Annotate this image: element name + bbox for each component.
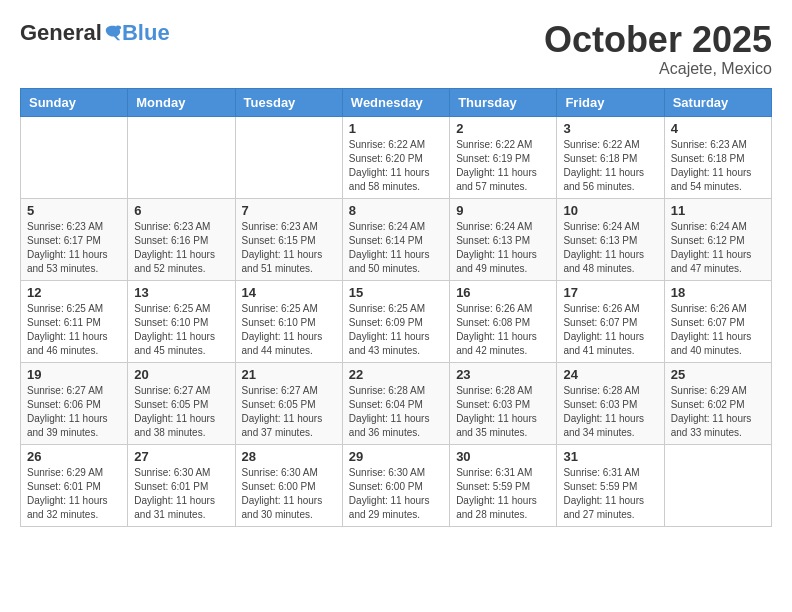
day-sun-info: Sunrise: 6:25 AM Sunset: 6:10 PM Dayligh… [134,302,228,358]
day-sun-info: Sunrise: 6:27 AM Sunset: 6:05 PM Dayligh… [242,384,336,440]
day-sun-info: Sunrise: 6:28 AM Sunset: 6:03 PM Dayligh… [456,384,550,440]
day-sun-info: Sunrise: 6:31 AM Sunset: 5:59 PM Dayligh… [456,466,550,522]
calendar-day-cell: 15Sunrise: 6:25 AM Sunset: 6:09 PM Dayli… [342,280,449,362]
logo-bird-icon [104,24,122,42]
day-sun-info: Sunrise: 6:25 AM Sunset: 6:09 PM Dayligh… [349,302,443,358]
day-sun-info: Sunrise: 6:24 AM Sunset: 6:12 PM Dayligh… [671,220,765,276]
calendar-day-cell: 6Sunrise: 6:23 AM Sunset: 6:16 PM Daylig… [128,198,235,280]
day-number: 26 [27,449,121,464]
calendar-week-row: 1Sunrise: 6:22 AM Sunset: 6:20 PM Daylig… [21,116,772,198]
day-number: 28 [242,449,336,464]
day-number: 15 [349,285,443,300]
day-number: 3 [563,121,657,136]
calendar-day-cell: 31Sunrise: 6:31 AM Sunset: 5:59 PM Dayli… [557,444,664,526]
calendar-day-cell: 19Sunrise: 6:27 AM Sunset: 6:06 PM Dayli… [21,362,128,444]
calendar-day-cell: 16Sunrise: 6:26 AM Sunset: 6:08 PM Dayli… [450,280,557,362]
calendar-week-row: 26Sunrise: 6:29 AM Sunset: 6:01 PM Dayli… [21,444,772,526]
day-sun-info: Sunrise: 6:22 AM Sunset: 6:19 PM Dayligh… [456,138,550,194]
calendar-day-cell: 5Sunrise: 6:23 AM Sunset: 6:17 PM Daylig… [21,198,128,280]
day-sun-info: Sunrise: 6:25 AM Sunset: 6:10 PM Dayligh… [242,302,336,358]
day-sun-info: Sunrise: 6:26 AM Sunset: 6:07 PM Dayligh… [563,302,657,358]
calendar-day-cell [21,116,128,198]
day-number: 22 [349,367,443,382]
day-sun-info: Sunrise: 6:23 AM Sunset: 6:17 PM Dayligh… [27,220,121,276]
calendar-day-cell: 30Sunrise: 6:31 AM Sunset: 5:59 PM Dayli… [450,444,557,526]
calendar-day-cell: 18Sunrise: 6:26 AM Sunset: 6:07 PM Dayli… [664,280,771,362]
day-sun-info: Sunrise: 6:22 AM Sunset: 6:18 PM Dayligh… [563,138,657,194]
day-sun-info: Sunrise: 6:29 AM Sunset: 6:01 PM Dayligh… [27,466,121,522]
logo-general-text: General [20,20,102,46]
day-of-week-header: Thursday [450,88,557,116]
day-number: 20 [134,367,228,382]
calendar-day-cell: 14Sunrise: 6:25 AM Sunset: 6:10 PM Dayli… [235,280,342,362]
calendar-day-cell: 21Sunrise: 6:27 AM Sunset: 6:05 PM Dayli… [235,362,342,444]
day-of-week-header: Saturday [664,88,771,116]
day-sun-info: Sunrise: 6:29 AM Sunset: 6:02 PM Dayligh… [671,384,765,440]
day-of-week-header: Wednesday [342,88,449,116]
calendar-day-cell: 24Sunrise: 6:28 AM Sunset: 6:03 PM Dayli… [557,362,664,444]
calendar-day-cell: 1Sunrise: 6:22 AM Sunset: 6:20 PM Daylig… [342,116,449,198]
calendar-day-cell: 28Sunrise: 6:30 AM Sunset: 6:00 PM Dayli… [235,444,342,526]
calendar-week-row: 19Sunrise: 6:27 AM Sunset: 6:06 PM Dayli… [21,362,772,444]
day-number: 25 [671,367,765,382]
day-number: 29 [349,449,443,464]
day-of-week-header: Monday [128,88,235,116]
day-number: 30 [456,449,550,464]
day-number: 7 [242,203,336,218]
day-sun-info: Sunrise: 6:24 AM Sunset: 6:13 PM Dayligh… [456,220,550,276]
day-sun-info: Sunrise: 6:27 AM Sunset: 6:05 PM Dayligh… [134,384,228,440]
calendar-day-cell: 26Sunrise: 6:29 AM Sunset: 6:01 PM Dayli… [21,444,128,526]
day-of-week-header: Friday [557,88,664,116]
calendar-day-cell: 20Sunrise: 6:27 AM Sunset: 6:05 PM Dayli… [128,362,235,444]
calendar-day-cell: 2Sunrise: 6:22 AM Sunset: 6:19 PM Daylig… [450,116,557,198]
page-header: General Blue October 2025 Acajete, Mexic… [20,20,772,78]
calendar-day-cell: 12Sunrise: 6:25 AM Sunset: 6:11 PM Dayli… [21,280,128,362]
day-number: 12 [27,285,121,300]
day-sun-info: Sunrise: 6:30 AM Sunset: 6:00 PM Dayligh… [349,466,443,522]
day-sun-info: Sunrise: 6:26 AM Sunset: 6:07 PM Dayligh… [671,302,765,358]
day-sun-info: Sunrise: 6:24 AM Sunset: 6:14 PM Dayligh… [349,220,443,276]
day-number: 27 [134,449,228,464]
logo: General Blue [20,20,170,46]
day-number: 19 [27,367,121,382]
day-number: 9 [456,203,550,218]
day-number: 14 [242,285,336,300]
day-number: 8 [349,203,443,218]
calendar-day-cell: 4Sunrise: 6:23 AM Sunset: 6:18 PM Daylig… [664,116,771,198]
day-number: 10 [563,203,657,218]
calendar-day-cell: 23Sunrise: 6:28 AM Sunset: 6:03 PM Dayli… [450,362,557,444]
day-number: 24 [563,367,657,382]
day-sun-info: Sunrise: 6:28 AM Sunset: 6:03 PM Dayligh… [563,384,657,440]
day-number: 31 [563,449,657,464]
calendar-table: SundayMondayTuesdayWednesdayThursdayFrid… [20,88,772,527]
day-number: 4 [671,121,765,136]
day-sun-info: Sunrise: 6:26 AM Sunset: 6:08 PM Dayligh… [456,302,550,358]
calendar-day-cell: 13Sunrise: 6:25 AM Sunset: 6:10 PM Dayli… [128,280,235,362]
day-number: 5 [27,203,121,218]
day-number: 16 [456,285,550,300]
calendar-day-cell: 22Sunrise: 6:28 AM Sunset: 6:04 PM Dayli… [342,362,449,444]
day-number: 6 [134,203,228,218]
day-of-week-header: Sunday [21,88,128,116]
calendar-day-cell: 29Sunrise: 6:30 AM Sunset: 6:00 PM Dayli… [342,444,449,526]
day-number: 1 [349,121,443,136]
calendar-day-cell: 11Sunrise: 6:24 AM Sunset: 6:12 PM Dayli… [664,198,771,280]
day-number: 18 [671,285,765,300]
month-title: October 2025 [544,20,772,60]
day-number: 2 [456,121,550,136]
calendar-day-cell [128,116,235,198]
calendar-day-cell: 8Sunrise: 6:24 AM Sunset: 6:14 PM Daylig… [342,198,449,280]
day-sun-info: Sunrise: 6:23 AM Sunset: 6:15 PM Dayligh… [242,220,336,276]
calendar-day-cell [235,116,342,198]
day-number: 17 [563,285,657,300]
day-sun-info: Sunrise: 6:22 AM Sunset: 6:20 PM Dayligh… [349,138,443,194]
day-number: 23 [456,367,550,382]
calendar-day-cell: 3Sunrise: 6:22 AM Sunset: 6:18 PM Daylig… [557,116,664,198]
title-area: October 2025 Acajete, Mexico [544,20,772,78]
calendar-day-cell: 9Sunrise: 6:24 AM Sunset: 6:13 PM Daylig… [450,198,557,280]
day-sun-info: Sunrise: 6:30 AM Sunset: 6:01 PM Dayligh… [134,466,228,522]
day-sun-info: Sunrise: 6:31 AM Sunset: 5:59 PM Dayligh… [563,466,657,522]
calendar-day-cell: 10Sunrise: 6:24 AM Sunset: 6:13 PM Dayli… [557,198,664,280]
calendar-day-cell: 25Sunrise: 6:29 AM Sunset: 6:02 PM Dayli… [664,362,771,444]
day-number: 13 [134,285,228,300]
